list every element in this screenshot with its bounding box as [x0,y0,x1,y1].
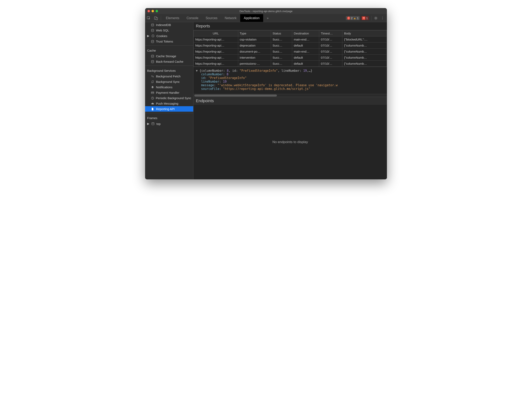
table-cell: https://reporting-api… [194,49,238,55]
scrollbar-thumb[interactable] [194,94,277,97]
sidebar-divider [145,113,193,113]
sidebar-item-cache-storage[interactable]: Cache Storage [145,54,193,59]
sidebar-item-reporting-api[interactable]: Reporting API [145,106,193,112]
svg-point-10 [153,36,154,37]
table-row[interactable]: https://reporting-api…document-po…Succ…m… [194,49,387,55]
sidebar-item-trust-tokens[interactable]: Trust Tokens [145,39,193,44]
maximize-window-button[interactable] [156,10,158,12]
svg-point-6 [152,35,154,37]
table-cell: {"columnNumb… [342,43,387,49]
sidebar-item-notifications[interactable]: Notifications [145,84,193,90]
expand-icon[interactable]: ▶ [147,122,149,126]
table-cell: main-end… [292,36,319,43]
table-cell: Succ… [271,49,292,55]
col-url[interactable]: URL [194,30,238,36]
sidebar-item-label: Payment Handler [156,91,179,94]
report-detail-viewer[interactable]: ▼ {columnNumber: 8, id: "PrefixedStorage… [193,67,387,94]
svg-point-8 [153,35,154,36]
table-cell: default [292,61,319,67]
table-row[interactable]: https://reporting-api…deprecationSucc…de… [194,43,387,49]
clock-icon [151,97,154,100]
tab-console[interactable]: Console [183,14,202,22]
sidebar-item-frame-top[interactable]: ▶ top [145,121,193,127]
table-cell: document-po… [238,49,271,55]
sidebar-item-bg-fetch[interactable]: Background Fetch [145,74,193,79]
sidebar-item-label: Back-forward Cache [156,60,183,63]
tab-network[interactable]: Network [221,14,240,22]
detail-row: id: "PrefixedStorageInfo" [196,76,385,80]
toggle-device-icon[interactable] [153,15,159,21]
sidebar-item-label: Periodic Background Sync [156,96,191,100]
sidebar-group-cache: Cache [145,47,193,54]
svg-point-11 [151,40,154,41]
sidebar-item-bg-sync[interactable]: Background Sync [145,79,193,84]
horizontal-scrollbar[interactable] [193,94,387,97]
table-cell: main-end… [292,49,319,55]
settings-gear-icon[interactable] [374,16,379,20]
more-menu-icon[interactable]: ⋮ [380,16,385,20]
updown-icon [151,75,154,78]
table-cell: https://reporting-api… [194,55,238,61]
tab-application[interactable]: Application [240,14,263,22]
table-header-row: URL Type Status Destination Timest… Body [194,30,387,36]
svg-rect-15 [151,92,154,93]
issues-badge[interactable]: ✕1 [361,16,369,20]
toolbar-separator-2 [371,16,372,20]
sidebar-item-label: Cache Storage [156,54,176,58]
col-status[interactable]: Status [271,30,292,36]
sidebar-item-label: Background Fetch [156,74,181,78]
expand-icon[interactable]: ▶ [147,34,149,38]
table-cell: Succ… [271,55,292,61]
svg-point-13 [151,60,154,61]
col-timestamp[interactable]: Timest… [319,30,342,36]
endpoints-empty-text: No endpoints to display [273,140,308,144]
table-cell: {"columnNumb… [342,49,387,55]
sidebar-item-websql[interactable]: Web SQL [145,28,193,33]
table-cell: https://reporting-api… [194,61,238,67]
table-cell: {"columnNumb… [342,55,387,61]
table-row[interactable]: https://reporting-api…interventionSucc…d… [194,55,387,61]
sidebar-item-bfcache[interactable]: Back-forward Cache [145,59,193,64]
detail-summary-row[interactable]: ▼ {columnNumber: 8, id: "PrefixedStorage… [196,69,385,73]
endpoints-empty-state: No endpoints to display [193,105,387,179]
card-icon [151,91,154,94]
tab-elements[interactable]: Elements [162,14,183,22]
error-icon: ✕ [347,16,350,20]
tab-sources[interactable]: Sources [202,14,221,22]
sidebar-item-cookies[interactable]: ▶ Cookies [145,33,193,39]
sidebar-group-background: Background Services [145,67,193,74]
table-row[interactable]: https://reporting-api…permissions-…Succ…… [194,61,387,67]
table-cell: deprecation [238,43,271,49]
window-title: DevTools - reporting-api-demo.glitch.me/… [145,10,387,13]
inspect-element-icon[interactable] [146,15,151,21]
col-body[interactable]: Body [342,30,387,36]
reports-title: Reports [193,22,387,30]
issue-count: 1 [366,16,368,20]
sidebar-item-periodic-sync[interactable]: Periodic Background Sync [145,95,193,101]
console-errors-warnings-badge[interactable]: ✕2 ▲1 [346,16,360,20]
tabs-overflow-icon[interactable]: » [263,14,272,22]
collapse-icon[interactable]: ▼ [196,69,200,73]
sidebar-item-push-messaging[interactable]: Push Messaging [145,101,193,106]
table-cell: {"columnNumb… [342,61,387,67]
sidebar-item-label: Cookies [156,34,167,38]
detail-row: sourceFile: "https://reporting-api-demo.… [196,87,385,91]
sidebar-item-label: Push Messaging [156,102,178,105]
col-destination[interactable]: Destination [292,30,319,36]
col-type[interactable]: Type [238,30,271,36]
sidebar-item-label: Web SQL [156,29,169,32]
minimize-window-button[interactable] [151,10,154,12]
table-cell: default [292,43,319,49]
sidebar-item-payment-handler[interactable]: Payment Handler [145,90,193,95]
table-cell: 07/10/… [319,61,342,67]
sidebar-item-indexeddb[interactable]: IndexedDB [145,22,193,28]
svg-point-5 [151,29,154,30]
application-sidebar[interactable]: IndexedDB Web SQL ▶ Cookies Trust Tokens… [145,22,193,179]
reporting-api-panel: Reports URL Type Status Destination Time… [193,22,387,179]
sidebar-item-label: Background Sync [156,80,180,84]
table-cell: 07/10/… [319,43,342,49]
sidebar-item-label: IndexedDB [156,23,171,27]
close-window-button[interactable] [147,10,150,12]
table-cell: default [292,55,319,61]
table-row[interactable]: https://reporting-api…csp-violationSucc…… [194,36,387,43]
